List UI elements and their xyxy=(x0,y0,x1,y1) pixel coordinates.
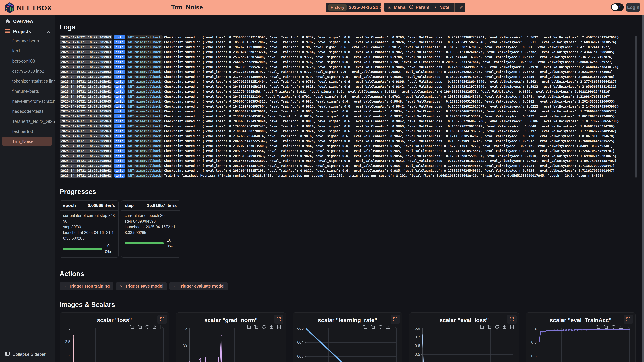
sidebar-project-item[interactable]: bert-conll03 xyxy=(0,56,55,66)
sidebar-project-item[interactable]: Terahertz_No22_Gl261_gl... xyxy=(0,116,55,126)
log-timestamp: 2025-04-16T21:18:27.205963 xyxy=(60,124,112,128)
download-icon[interactable] xyxy=(152,325,157,330)
download-icon[interactable] xyxy=(618,325,624,330)
log-message: Checkpoint saved on {'eval_loss': 0.2100… xyxy=(164,129,617,133)
login-button[interactable]: Login xyxy=(626,3,640,11)
log-level-badge: info xyxy=(114,94,125,98)
log-message: Checkpoint saved on {'eval_loss': 0.2060… xyxy=(164,99,615,103)
brand[interactable]: NEETBOX xyxy=(5,2,52,14)
progress-percent: 100% xyxy=(105,243,115,255)
note-button[interactable]: Note xyxy=(430,3,466,12)
restore-icon[interactable] xyxy=(611,325,616,330)
zoom-reset-icon[interactable] xyxy=(254,325,259,330)
note-icon xyxy=(433,4,438,10)
log-row: 2025-04-16T21:18:27.205963 info NBTraine… xyxy=(60,158,635,163)
expand-chart-button[interactable] xyxy=(624,315,633,324)
data-view-icon[interactable] xyxy=(276,325,282,330)
log-message: Checkpoint saved on {'eval_loss': 0.1942… xyxy=(164,65,619,69)
sidebar-project-item[interactable]: finetune-berts xyxy=(0,36,55,46)
restore-icon[interactable] xyxy=(378,325,383,330)
page-title: Trm_Noise xyxy=(171,0,203,15)
zoom-select-icon[interactable] xyxy=(130,325,135,330)
download-icon[interactable] xyxy=(386,325,390,330)
expand-chart-button[interactable] xyxy=(507,315,516,324)
chart-plot[interactable]: 005004003002001 xyxy=(296,328,400,362)
sidebar-project-item[interactable]: tokenizer statistics llama... xyxy=(0,76,55,86)
log-timestamp: 2025-04-16T21:18:27.205963 xyxy=(60,45,112,49)
restore-icon[interactable] xyxy=(145,325,150,330)
log-row: 2025-04-16T21:18:27.205963 info NBTraine… xyxy=(60,143,635,148)
data-view-icon[interactable] xyxy=(626,325,631,330)
expand-chart-button[interactable] xyxy=(390,315,400,324)
history-dropdown[interactable]: History 2025-04-16 21:18:30 xyxy=(326,3,381,12)
log-level-badge: info xyxy=(114,70,125,74)
sidebar-project-item[interactable]: test bert(s) xyxy=(0,126,55,136)
log-tag: NBTrainerCallback xyxy=(127,55,162,59)
log-level-badge: info xyxy=(114,139,125,143)
trigger-action-button[interactable]: Trigger evaluate model xyxy=(170,282,228,290)
zoom-reset-icon[interactable] xyxy=(137,325,142,330)
log-message: Checkpoint saved on {'eval_loss': 0.2167… xyxy=(164,134,615,138)
collapse-sidebar-button[interactable]: Collapse Sidebar xyxy=(0,352,46,357)
svg-text:0.4: 0.4 xyxy=(415,361,420,362)
zoom-reset-icon[interactable] xyxy=(487,325,492,330)
log-timestamp: 2025-04-16T21:18:27.205963 xyxy=(60,75,112,79)
expand-chart-button[interactable] xyxy=(158,315,167,324)
zoom-reset-icon[interactable] xyxy=(604,325,608,330)
sidebar-item-overview[interactable]: Overview xyxy=(0,17,55,26)
sidebar-project-item[interactable]: finetune-berts xyxy=(0,86,55,96)
log-level-badge: info xyxy=(114,174,125,178)
log-list[interactable]: 2025-04-16T21:18:27.205963 info NBTraine… xyxy=(60,35,635,178)
sidebar-project-item[interactable]: lab1 xyxy=(0,46,55,56)
trigger-action-button[interactable]: Trigger stop training xyxy=(60,282,113,290)
trigger-action-button[interactable]: Trigger save model xyxy=(116,282,167,290)
note-main[interactable]: Note xyxy=(430,3,452,12)
page-scrollbar[interactable] xyxy=(642,15,644,362)
sidebar-project-item[interactable]: naive-llm-from-scratch xyxy=(0,96,55,106)
log-timestamp: 2025-04-16T21:18:27.205963 xyxy=(60,149,112,153)
zoom-select-icon[interactable] xyxy=(596,325,601,330)
log-message: Checkpoint saved on {'eval_loss': 0.1805… xyxy=(164,109,617,113)
log-message: Checkpoint saved on {'eval_loss': 0.2082… xyxy=(164,164,615,168)
log-message: Checkpoint saved on {'eval_loss': 0.2045… xyxy=(164,95,611,98)
download-icon[interactable] xyxy=(269,325,274,330)
data-view-icon[interactable] xyxy=(510,325,514,330)
zoom-reset-icon[interactable] xyxy=(370,325,375,330)
zoom-select-icon[interactable] xyxy=(479,325,484,330)
download-icon[interactable] xyxy=(502,325,507,330)
zoom-select-icon[interactable] xyxy=(363,325,368,330)
data-view-icon[interactable] xyxy=(160,325,165,330)
zoom-select-icon[interactable] xyxy=(246,325,251,330)
sidebar-project-item[interactable]: hedecoder-tests xyxy=(0,106,55,116)
log-message: Checkpoint saved on {'eval_loss': 0.2446… xyxy=(164,60,613,64)
log-timestamp: 2025-04-16T21:18:27.205963 xyxy=(60,134,112,138)
log-tag: NBTrainerCallback xyxy=(127,50,162,54)
chart-plot[interactable]: 40302010 xyxy=(179,328,283,362)
log-tag: NBTrainerCallback xyxy=(127,94,162,98)
restore-icon[interactable] xyxy=(494,325,500,330)
restore-icon[interactable] xyxy=(261,325,266,330)
log-timestamp: 2025-04-16T21:18:27.205963 xyxy=(60,109,112,113)
chart-plot[interactable]: 0.80.70.60.50.40.30.2 xyxy=(412,328,516,362)
sidebar-project-item-selected[interactable]: Trm_Noise xyxy=(2,137,52,146)
edit-note-button[interactable] xyxy=(457,3,466,12)
sidebar-item-projects[interactable]: Projects xyxy=(0,27,55,36)
chart-plot[interactable]: 10.80.60.40.2 xyxy=(529,328,633,362)
chart-toolbar xyxy=(130,325,165,330)
log-tag: NBTrainerCallback xyxy=(127,85,162,89)
chart-title: scalar "learning_rate" xyxy=(293,317,402,324)
chevron-up-icon[interactable] xyxy=(46,30,51,35)
data-view-icon[interactable] xyxy=(393,325,398,330)
log-scrollbar[interactable] xyxy=(635,36,637,178)
charts-row: scalar "loss" 32.521.51 scalar "grad_n xyxy=(60,312,640,362)
log-row: 2025-04-16T21:18:27.205963 info NBTraine… xyxy=(60,54,635,59)
chart-toolbar xyxy=(596,325,631,330)
action-label: Trigger save model xyxy=(125,284,163,289)
sidebar-project-item[interactable]: csc791-030 lab2 xyxy=(0,66,55,76)
expand-chart-button[interactable] xyxy=(274,315,284,324)
log-row: 2025-04-16T21:18:27.205963 info NBTraine… xyxy=(60,50,635,55)
theme-toggle[interactable]: ☾ xyxy=(611,3,624,11)
log-level-badge: info xyxy=(114,124,125,128)
action-label: Trigger evaluate model xyxy=(179,284,224,289)
chart-plot[interactable]: 32.521.51 xyxy=(63,328,166,362)
